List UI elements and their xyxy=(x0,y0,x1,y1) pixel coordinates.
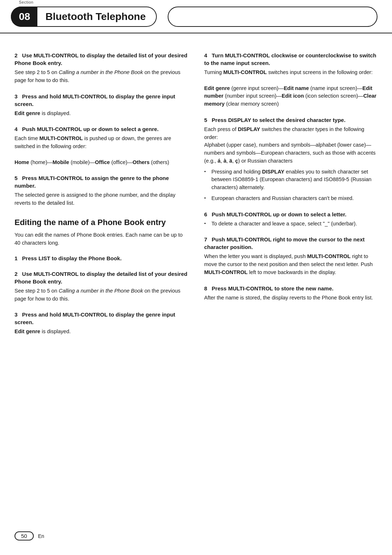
step-5a: 5 Press MULTI-CONTROL to assign the genr… xyxy=(15,174,188,207)
editing-heading: Editing the name of a Phone Book entry xyxy=(15,217,188,228)
step-4a: 4 Push MULTI-CONTROL up or down to selec… xyxy=(15,125,188,166)
step-2a: 2 Use MULTI-CONTROL to display the detai… xyxy=(15,52,188,85)
section-badge: Section 08 Bluetooth Telephone xyxy=(11,7,157,27)
step-8: 8 Press MULTI-CONTROL to store the new n… xyxy=(204,285,378,302)
right-column: 4 Turn MULTI-CONTROL clockwise or counte… xyxy=(199,52,378,344)
step-2b-body: See step 2 to 5 on Calling a number in t… xyxy=(15,287,188,303)
header-divider xyxy=(0,33,392,33)
step-3a-heading: 3 Press and hold MULTI-CONTROL to displa… xyxy=(15,93,188,108)
content-area: 2 Use MULTI-CONTROL to display the detai… xyxy=(0,41,392,355)
step-4b-body: Turning MULTI-CONTROL switches input scr… xyxy=(204,69,378,108)
step-2a-body: See step 2 to 5 on Calling a number in t… xyxy=(15,69,188,85)
step-2b: 2 Use MULTI-CONTROL to display the detai… xyxy=(15,270,188,303)
page: Section 08 Bluetooth Telephone 2 Use MUL… xyxy=(0,0,392,555)
editing-intro: You can edit the names of Phone Book ent… xyxy=(15,231,188,247)
step-2a-heading: 2 Use MULTI-CONTROL to display the detai… xyxy=(15,52,188,67)
section-title: Bluetooth Telephone xyxy=(37,7,156,26)
step-1b-heading: 1 Press LIST to display the Phone Book. xyxy=(15,254,188,262)
step-3b-heading: 3 Press and hold MULTI-CONTROL to displa… xyxy=(15,311,188,326)
step-5b-bullets: Pressing and holding DISPLAY enables you… xyxy=(204,168,378,203)
section-label: Section xyxy=(19,0,33,4)
page-number: 50 xyxy=(15,531,34,540)
step-5a-heading: 5 Press MULTI-CONTROL to assign the genr… xyxy=(15,174,188,189)
step-1b: 1 Press LIST to display the Phone Book. xyxy=(15,254,188,262)
step-5a-body: The selected genre is assigned to the ph… xyxy=(15,191,188,207)
step-4a-heading: 4 Push MULTI-CONTROL up or down to selec… xyxy=(15,125,188,133)
step-7-heading: 7 Push MULTI-CONTROL right to move the c… xyxy=(204,236,378,251)
step-8-heading: 8 Press MULTI-CONTROL to store the new n… xyxy=(204,285,378,292)
step-5b-heading: 5 Press DISPLAY to select the desired ch… xyxy=(204,116,378,124)
step-4a-body: Each time MULTI-CONTROL is pushed up or … xyxy=(15,135,188,166)
bullet-item: Pressing and holding DISPLAY enables you… xyxy=(204,168,378,192)
footer: 50 En xyxy=(0,528,392,544)
header: Section 08 Bluetooth Telephone xyxy=(0,0,392,30)
step-3b-body: Edit genre is displayed. xyxy=(15,328,188,336)
step-6-bullets: To delete a character and leave a space,… xyxy=(204,220,378,228)
section-number: 08 xyxy=(11,7,37,27)
step-5b: 5 Press DISPLAY to select the desired ch… xyxy=(204,116,378,203)
step-7-body: When the letter you want is displayed, p… xyxy=(204,253,378,276)
step-3a: 3 Press and hold MULTI-CONTROL to displa… xyxy=(15,93,188,118)
header-right-box xyxy=(168,7,377,27)
left-column: 2 Use MULTI-CONTROL to display the detai… xyxy=(15,52,199,344)
step-2b-heading: 2 Use MULTI-CONTROL to display the detai… xyxy=(15,270,188,285)
step-5b-body: Each press of DISPLAY switches the chara… xyxy=(204,126,378,165)
step-8-body: After the name is stored, the display re… xyxy=(204,294,378,302)
footer-language: En xyxy=(38,533,44,539)
step-6: 6 Push MULTI-CONTROL up or down to selec… xyxy=(204,211,378,228)
step-6-heading: 6 Push MULTI-CONTROL up or down to selec… xyxy=(204,211,378,218)
step-4b: 4 Turn MULTI-CONTROL clockwise or counte… xyxy=(204,52,378,108)
bullet-item: European characters and Russian characte… xyxy=(204,195,378,203)
step-4b-heading: 4 Turn MULTI-CONTROL clockwise or counte… xyxy=(204,52,378,67)
bullet-item: To delete a character and leave a space,… xyxy=(204,220,378,228)
step-3b: 3 Press and hold MULTI-CONTROL to displa… xyxy=(15,311,188,336)
step-7: 7 Push MULTI-CONTROL right to move the c… xyxy=(204,236,378,276)
step-3a-body: Edit genre is displayed. xyxy=(15,110,188,118)
